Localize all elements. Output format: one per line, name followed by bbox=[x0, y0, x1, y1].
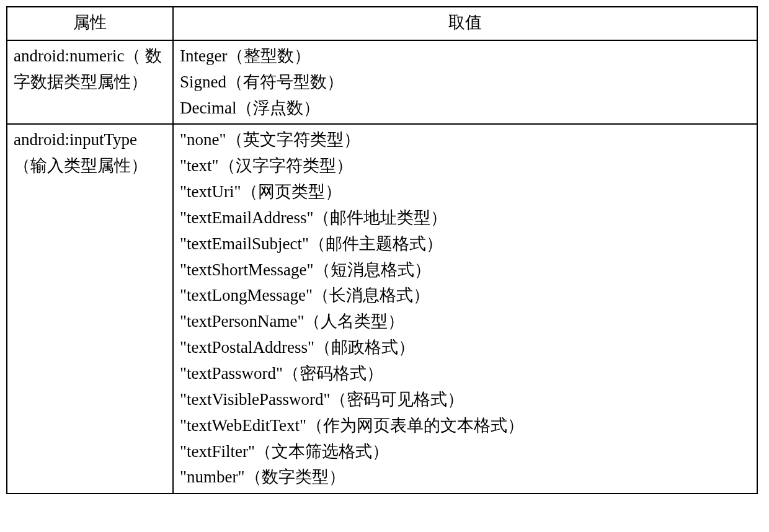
header-value: 取值 bbox=[173, 7, 757, 40]
table-header-row: 属性 取值 bbox=[7, 7, 757, 40]
cell-values: Integer（整型数） Signed（有符号型数） Decimal（浮点数） bbox=[173, 40, 757, 125]
cell-attribute: android:inputType（输入类型属性） bbox=[7, 124, 173, 494]
cell-attribute: android:numeric（ 数字数据类型属性） bbox=[7, 40, 173, 125]
header-attribute: 属性 bbox=[7, 7, 173, 40]
cell-values: "none"（英文字符类型） "text"（汉字字符类型） "textUri"（… bbox=[173, 124, 757, 494]
table-row: android:inputType（输入类型属性） "none"（英文字符类型）… bbox=[7, 124, 757, 494]
attributes-table: 属性 取值 android:numeric（ 数字数据类型属性） Integer… bbox=[6, 6, 758, 494]
table-row: android:numeric（ 数字数据类型属性） Integer（整型数） … bbox=[7, 40, 757, 125]
